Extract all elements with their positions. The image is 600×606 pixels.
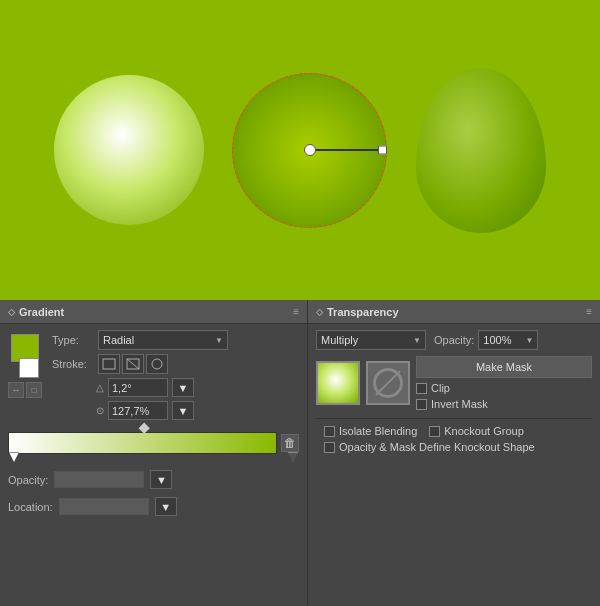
clip-label: Clip [431,382,450,394]
isolate-row: Isolate Blending Knockout Group [324,425,584,437]
stroke-row: Stroke: [52,354,299,374]
invert-row: Invert Mask [416,398,592,410]
stroke-icon-1[interactable] [98,354,120,374]
scale-input[interactable] [108,401,168,420]
opacity-field-value: 100% [483,334,511,346]
scale-icon: ⊙ [96,405,104,416]
mask-checkboxes: Clip Invert Mask [416,382,592,410]
svg-line-2 [127,359,139,369]
opacity-row: Opacity: ▼ [8,470,299,489]
isolate-blending-checkbox[interactable] [324,426,335,437]
transparency-panel: ◇ Transparency ≡ Multiply ▼ Opacity: 100… [308,300,600,606]
sphere-selected[interactable] [232,73,387,228]
gradient-bar-container: 🗑 [8,432,299,462]
type-dropdown-arrow: ▼ [215,336,223,345]
location-dropdown[interactable]: ▼ [155,497,177,516]
knockout-group-checkbox[interactable] [429,426,440,437]
opacity-dropdown[interactable]: ▼ [150,470,172,489]
blend-mode-value: Multiply [321,334,358,346]
object-thumbnail[interactable] [316,361,360,405]
gradient-bar-wrapper: 🗑 [8,432,299,454]
mask-area: Make Mask Clip Invert Mask [316,356,592,410]
transparency-title-text: Transparency [327,306,399,318]
gradient-panel-icon: ◇ [8,307,15,317]
angle-row: △ ▼ [96,378,299,397]
type-label: Type: [52,334,92,346]
stroke-icon-2[interactable] [122,354,144,374]
opacity-mask-checkbox[interactable] [324,442,335,453]
no-mask-symbol [373,368,403,398]
stroke-icons [98,354,168,374]
isolate-blending-label: Isolate Blending [339,425,417,437]
make-mask-button[interactable]: Make Mask [416,356,592,378]
svg-rect-0 [103,359,115,369]
mask-controls: Make Mask Clip Invert Mask [416,356,592,410]
angle-icon: △ [96,382,104,393]
gradient-panel-header: ◇ Gradient ≡ [0,300,307,324]
invert-mask-label: Invert Mask [431,398,488,410]
type-dropdown[interactable]: Radial ▼ [98,330,228,350]
clip-row: Clip [416,382,592,394]
blend-row: Multiply ▼ Opacity: 100% ▼ [316,330,592,350]
swap-colors-button[interactable]: ↔ [8,382,24,398]
gradient-title-text: Gradient [19,306,64,318]
location-row: Location: ▼ [8,497,299,516]
stroke-color-swatch[interactable] [19,358,39,378]
gradient-stop-right[interactable] [288,452,298,462]
gradient-panel-body: ↔ □ Type: Radial ▼ [0,324,307,606]
svg-point-3 [152,359,162,369]
transparency-panel-icon: ◇ [316,307,323,317]
opacity-field-label: Opacity: [434,334,474,346]
gradient-top-row: ↔ □ Type: Radial ▼ [8,330,299,428]
panels-area: ◇ Gradient ≡ ↔ □ [0,300,600,606]
opacity-mask-label: Opacity & Mask Define Knockout Shape [339,441,535,453]
type-value: Radial [103,334,134,346]
sphere-white [54,75,204,225]
blend-mode-arrow: ▼ [413,336,421,345]
gradient-bar[interactable] [8,432,277,454]
knockout-group-label: Knockout Group [444,425,524,437]
opacity-label: Opacity: [8,474,48,486]
angle-dropdown[interactable]: ▼ [172,378,194,397]
opacity-field-container: Opacity: 100% ▼ [434,330,538,350]
transparency-menu-button[interactable]: ≡ [586,306,592,317]
clip-checkbox[interactable] [416,383,427,394]
gradient-stop-left[interactable] [9,452,19,462]
transparency-panel-title: ◇ Transparency [316,306,399,318]
color-swatch-container: ↔ □ [8,334,42,398]
stroke-label: Stroke: [52,358,92,370]
stroke-icon-3[interactable] [146,354,168,374]
location-label: Location: [8,501,53,513]
scale-dropdown[interactable]: ▼ [172,401,194,420]
opacity-field[interactable]: 100% ▼ [478,330,538,350]
mask-slot[interactable] [366,361,410,405]
bottom-checkboxes: Isolate Blending Knockout Group Opacity … [316,418,592,459]
gradient-panel-title: ◇ Gradient [8,306,64,318]
gradient-menu-button[interactable]: ≡ [293,306,299,317]
canvas-area [0,0,600,300]
gradient-line [310,149,385,151]
delete-stop-button[interactable]: 🗑 [281,434,299,452]
opacity-field-arrow: ▼ [525,336,533,345]
gradient-panel: ◇ Gradient ≡ ↔ □ [0,300,308,606]
location-input[interactable] [59,498,149,515]
angle-input[interactable] [108,378,168,397]
transparency-body: Multiply ▼ Opacity: 100% ▼ M [308,324,600,465]
sphere-egg [416,68,546,233]
type-row: Type: Radial ▼ [52,330,299,350]
scale-row: ⊙ ▼ [96,401,299,420]
transparency-panel-header: ◇ Transparency ≡ [308,300,600,324]
reset-colors-button[interactable]: □ [26,382,42,398]
blend-mode-dropdown[interactable]: Multiply ▼ [316,330,426,350]
opacity-mask-row: Opacity & Mask Define Knockout Shape [324,441,584,453]
invert-mask-checkbox[interactable] [416,399,427,410]
gradient-controls: Type: Radial ▼ Stroke: [52,330,299,428]
opacity-input[interactable] [54,471,144,488]
